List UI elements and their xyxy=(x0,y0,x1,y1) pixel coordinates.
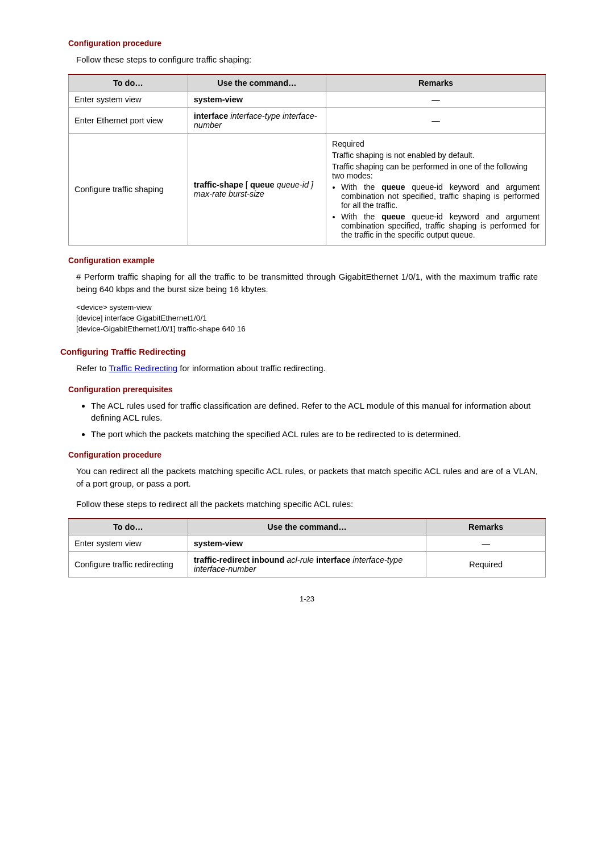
list-item: With the queue queue-id keyword and argu… xyxy=(341,182,540,210)
heading-traffic-redirecting: Configuring Traffic Redirecting xyxy=(60,347,546,356)
cell-todo: Configure traffic shaping xyxy=(69,133,188,245)
table-row: Configure traffic shaping traffic-shape … xyxy=(69,133,546,245)
table-row: Enter system view system-view — xyxy=(69,91,546,107)
list-item: With the queue queue-id keyword and argu… xyxy=(341,212,540,239)
table-redirect: To do… Use the command… Remarks Enter sy… xyxy=(68,518,546,578)
cell-cmd: interface interface-type interface-numbe… xyxy=(188,107,326,133)
cell-cmd: system-view xyxy=(188,535,426,552)
code-line: <device> system-view xyxy=(76,303,538,312)
link-traffic-redirecting[interactable]: Traffic Redirecting xyxy=(109,363,177,373)
redirect-p2: Follow these steps to redirect all the p… xyxy=(76,498,538,510)
cell-remarks: Required Traffic shaping is not enabled … xyxy=(326,133,546,245)
th-remarks: Remarks xyxy=(426,518,546,535)
th-command: Use the command… xyxy=(188,74,326,92)
table-row: Enter system view system-view — xyxy=(69,535,546,552)
redirect-ref: Refer to Traffic Redirecting for informa… xyxy=(76,362,538,375)
heading-config-example: Configuration example xyxy=(68,256,546,265)
heading-config-procedure-redirect: Configuration procedure xyxy=(68,450,546,459)
cell-remarks: Required xyxy=(426,552,546,578)
cell-todo: Enter Ethernet port view xyxy=(69,107,188,133)
cell-remarks: — xyxy=(326,107,546,133)
table-row: Enter Ethernet port view interface inter… xyxy=(69,107,546,133)
cell-cmd: traffic-shape [ queue queue-id ] max-rat… xyxy=(188,133,326,245)
intro-shaping: Follow these steps to configure traffic … xyxy=(76,53,538,66)
heading-config-procedure-shaping: Configuration procedure xyxy=(68,39,546,48)
cell-remarks: — xyxy=(326,91,546,107)
table-row: Configure traffic redirecting traffic-re… xyxy=(69,552,546,578)
cell-cmd: traffic-redirect inbound acl-rule interf… xyxy=(188,552,426,578)
code-line: [device] interface GigabitEthernet1/0/1 xyxy=(76,314,538,322)
cell-remarks: — xyxy=(426,535,546,552)
list-item: The port which the packets matching the … xyxy=(91,428,546,440)
cell-todo: Enter system view xyxy=(69,91,188,107)
th-todo: To do… xyxy=(69,518,188,535)
th-command: Use the command… xyxy=(188,518,426,535)
th-remarks: Remarks xyxy=(326,74,546,92)
table-shaping: To do… Use the command… Remarks Enter sy… xyxy=(68,74,546,246)
cell-todo: Enter system view xyxy=(69,535,188,552)
list-item: The ACL rules used for traffic classific… xyxy=(91,400,546,423)
heading-prereq: Configuration prerequisites xyxy=(68,385,546,394)
page-number: 1-23 xyxy=(68,595,546,603)
example-desc: # Perform traffic shaping for all the tr… xyxy=(76,271,538,296)
redirect-p1: You can redirect all the packets matchin… xyxy=(76,465,538,490)
prereq-list: The ACL rules used for traffic classific… xyxy=(91,400,546,440)
cell-todo: Configure traffic redirecting xyxy=(69,552,188,578)
code-line: [device-GigabitEthernet1/0/1] traffic-sh… xyxy=(76,325,538,333)
th-todo: To do… xyxy=(69,74,188,92)
cell-cmd: system-view xyxy=(188,91,326,107)
